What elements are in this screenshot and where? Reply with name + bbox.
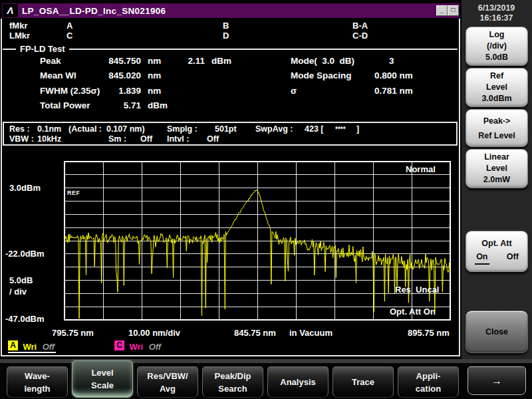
log-line1: Log	[466, 29, 527, 41]
tab-res-vbw-avg-line2: Avg	[138, 382, 198, 395]
trace-c-badge: C	[114, 340, 124, 350]
tab-analysis[interactable]: Analysis	[267, 366, 329, 398]
x-end-label: 895.75 nm	[408, 328, 450, 338]
trace-a-active-underline	[8, 352, 56, 353]
more-menu-arrow-button[interactable]: →	[467, 366, 526, 395]
spectrum-plot	[0, 0, 462, 359]
y-scale-label-2: / div	[9, 287, 27, 297]
optatt-toggle-row: On Off	[466, 251, 527, 265]
optatt-title: Opt. Att	[466, 238, 527, 249]
x-start-label: 795.75 nm	[52, 328, 94, 338]
tab-trace-line1: Trace	[333, 376, 393, 388]
x-vacuum-label: in Vacuum	[289, 328, 332, 338]
peakref-line1: Peak->	[466, 114, 527, 128]
linear-line1: Linear	[466, 152, 527, 163]
more-arrow-icon: →	[468, 374, 525, 387]
trace-a-mode: Wri	[23, 342, 37, 352]
datetime-display: 6/13/2019 16:16:37	[462, 3, 531, 23]
tab-peak-dip-search[interactable]: Peak/Dip Search	[202, 366, 263, 398]
ref-line-marker: REF	[67, 190, 80, 196]
ref-level-softkey[interactable]: Ref Level 3.0dBm	[466, 68, 528, 107]
tab-level-scale[interactable]: Level Scale	[72, 360, 133, 398]
res-uncal-warning: Res_Uncal	[395, 285, 439, 295]
close-label: Close	[466, 327, 527, 338]
time-text: 16:16:37	[462, 13, 531, 23]
y-mid-level-label: -22.0dBm	[5, 249, 45, 259]
ref-line1: Ref	[466, 70, 527, 82]
linear-line2: Level	[466, 163, 527, 174]
tab-application-line2: cation	[398, 382, 458, 395]
log-per-div-softkey[interactable]: Log (/div) 5.0dB	[466, 27, 528, 66]
tab-res-vbw-avg-line1: Res/VBW/	[138, 370, 198, 382]
trace-c-status[interactable]: C Wri Off	[114, 340, 161, 352]
optatt-on-option[interactable]: On	[475, 251, 489, 265]
tab-res-vbw-avg[interactable]: Res/VBW/ Avg	[137, 366, 198, 398]
date-text: 6/13/2019	[462, 3, 531, 13]
trace-a-badge: A	[8, 340, 18, 350]
tab-analysis-line1: Analysis	[268, 376, 328, 388]
y-bottom-level-label: -47.0dBm	[5, 314, 45, 324]
opt-att-on-indicator: Opt. Att On	[390, 307, 436, 317]
tab-peak-dip-search-line2: Search	[203, 382, 263, 395]
optatt-off-option[interactable]: Off	[507, 251, 519, 265]
trace-a-state: Off	[43, 342, 55, 352]
osa-screen: Λ LP_OSA__LD-PD_Inc_SN021906 _ □ fMkr A …	[0, 0, 532, 399]
tab-level-scale-line2: Scale	[72, 379, 132, 392]
tab-wavelength-line2: length	[7, 382, 67, 395]
tab-application-line1: Appli-	[398, 370, 458, 382]
tab-level-scale-line1: Level	[72, 366, 132, 379]
linear-line3: 2.0mW	[466, 174, 527, 186]
x-scale-label: 10.00 nm/div	[128, 328, 180, 338]
tab-peak-dip-search-line1: Peak/Dip	[203, 370, 263, 382]
close-softkey[interactable]: Close	[466, 311, 528, 353]
ref-line2: Level	[466, 82, 527, 93]
tab-application[interactable]: Appli- cation	[398, 366, 459, 398]
ref-line3: 3.0dBm	[466, 93, 527, 104]
peakref-line2: Ref Level	[466, 128, 527, 143]
tab-wavelength[interactable]: Wave- length	[7, 366, 68, 398]
tab-wavelength-line1: Wave-	[7, 370, 67, 382]
log-line3: 5.0dB	[466, 52, 527, 63]
log-line2: (/div)	[466, 41, 527, 52]
trace-a-status[interactable]: A Wri Off	[8, 340, 55, 352]
x-center-label: 845.75 nm	[234, 328, 276, 338]
y-ref-level-label: 3.0dBm	[9, 183, 41, 193]
linear-level-softkey[interactable]: Linear Level 2.0mW	[466, 149, 528, 188]
peak-to-ref-level-softkey[interactable]: Peak-> Ref Level	[466, 109, 528, 147]
trace-c-mode: Wri	[129, 342, 143, 352]
trace-c-state: Off	[149, 342, 162, 352]
tab-trace[interactable]: Trace	[332, 366, 394, 398]
y-scale-label-1: 5.0dB	[9, 275, 33, 285]
opt-att-softkey[interactable]: Opt. Att On Off	[466, 231, 528, 272]
trace-mode-label: Normal	[406, 164, 436, 174]
